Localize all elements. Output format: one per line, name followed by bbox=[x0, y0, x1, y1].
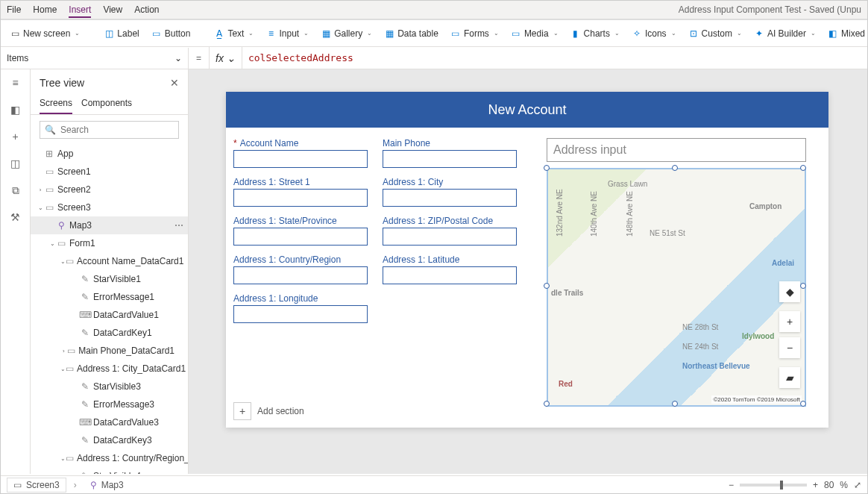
fx-label[interactable]: fx⌄ bbox=[209, 47, 242, 69]
selection-handle[interactable] bbox=[544, 165, 550, 171]
field-input[interactable] bbox=[383, 228, 517, 246]
fit-icon[interactable]: ⤢ bbox=[854, 480, 861, 490]
zoom-out-icon[interactable]: − bbox=[779, 337, 800, 358]
field-input[interactable] bbox=[233, 150, 368, 168]
custom-button[interactable]: ⊡Custom⌄ bbox=[688, 28, 742, 39]
media-tool-icon[interactable]: ⧉ bbox=[8, 183, 23, 198]
charts-button[interactable]: ▮Charts⌄ bbox=[570, 28, 620, 39]
mixed-reality-button[interactable]: ◧Mixed Reality⌄ bbox=[828, 28, 868, 39]
tree-item[interactable]: ⌄▭Account Name_DataCard1⋯ bbox=[31, 252, 188, 270]
map-label: Northeast Bellevue bbox=[682, 362, 750, 370]
selection-handle[interactable] bbox=[800, 165, 806, 171]
zoom-slider[interactable] bbox=[740, 484, 807, 487]
chevron-icon[interactable]: ⌄ bbox=[60, 455, 66, 462]
selection-handle[interactable] bbox=[544, 401, 550, 407]
selection-handle[interactable] bbox=[672, 401, 678, 407]
tree-item[interactable]: ⌨DataCardValue3⋯ bbox=[31, 413, 188, 431]
menu-action[interactable]: Action bbox=[134, 4, 159, 15]
field-input[interactable] bbox=[383, 189, 517, 207]
tree-item[interactable]: ⚲Map3⋯ bbox=[31, 216, 188, 234]
tree-item[interactable]: ✎DataCardKey1⋯ bbox=[31, 324, 188, 342]
forms-button[interactable]: ▭Forms⌄ bbox=[450, 28, 499, 39]
map-label: NE 51st St bbox=[650, 229, 685, 237]
data-tool-icon[interactable]: ◫ bbox=[8, 156, 23, 171]
gallery-button[interactable]: ▦Gallery⌄ bbox=[321, 28, 372, 39]
new-screen-button[interactable]: ▭New screen⌄ bbox=[10, 28, 80, 39]
text-button[interactable]: A̲Text⌄ bbox=[214, 28, 254, 39]
tree-item[interactable]: ✎DataCardKey3⋯ bbox=[31, 431, 188, 449]
formula-input[interactable]: colSelectedAddress bbox=[242, 52, 867, 63]
tree-search[interactable]: 🔍 bbox=[40, 121, 179, 139]
tree-item[interactable]: ✎ErrorMessage1⋯ bbox=[31, 288, 188, 306]
chevron-icon[interactable]: ⌄ bbox=[37, 204, 44, 211]
tree-item[interactable]: ▭Screen1⋯ bbox=[31, 163, 188, 181]
tree-item-label: DataCardKey1 bbox=[93, 328, 152, 338]
tree-item[interactable]: ⌄▭Address 1: City_DataCard1⋯ bbox=[31, 360, 188, 378]
icons-button[interactable]: ✧Icons⌄ bbox=[632, 28, 676, 39]
tree-item[interactable]: ✎StarVisible1⋯ bbox=[31, 270, 188, 288]
breadcrumb-control[interactable]: ⚲Map3 bbox=[84, 478, 130, 492]
field-input[interactable] bbox=[233, 266, 368, 284]
tree-item[interactable]: ›▭Screen2⋯ bbox=[31, 181, 188, 198]
zoom-in-icon[interactable]: + bbox=[779, 311, 800, 332]
field-input[interactable] bbox=[233, 189, 368, 207]
menu-insert[interactable]: Insert bbox=[69, 4, 91, 18]
tree-item[interactable]: ✎StarVisible4⋯ bbox=[31, 467, 188, 474]
tree-tool-icon[interactable]: ≡ bbox=[8, 75, 23, 90]
selection-handle[interactable] bbox=[544, 283, 550, 289]
settings-tool-icon[interactable]: ⚒ bbox=[8, 210, 23, 225]
tree-item[interactable]: ⌨DataCardValue1⋯ bbox=[31, 306, 188, 324]
table-icon: ▦ bbox=[384, 28, 394, 39]
property-select[interactable]: Items⌄ bbox=[1, 48, 189, 69]
tree-item[interactable]: ⌄▭Address 1: Country/Region_DataCard⋯ bbox=[31, 449, 188, 467]
tab-screens[interactable]: Screens bbox=[40, 93, 72, 114]
selection-handle[interactable] bbox=[672, 165, 678, 171]
zoom-in-button[interactable]: + bbox=[813, 480, 818, 490]
pitch-icon[interactable]: ▰ bbox=[779, 367, 800, 388]
tree-search-input[interactable] bbox=[60, 125, 174, 135]
selection-handle[interactable] bbox=[800, 283, 806, 289]
label-button[interactable]: ◫Label bbox=[104, 28, 139, 39]
chevron-icon[interactable]: › bbox=[37, 187, 44, 193]
map-control[interactable]: ◆ + − ▰ ©2020 TomTom ©2019 Microsoft Gra… bbox=[547, 168, 806, 407]
field-label: Main Phone bbox=[383, 138, 517, 148]
input-button[interactable]: ≡Input⌄ bbox=[265, 28, 309, 39]
chevron-icon[interactable]: ⌄ bbox=[48, 240, 56, 247]
add-section-button[interactable]: + Add section bbox=[233, 402, 304, 420]
media-button[interactable]: ▭Media⌄ bbox=[511, 28, 559, 39]
menu-view[interactable]: View bbox=[103, 4, 122, 15]
locate-icon[interactable]: ◆ bbox=[779, 281, 800, 302]
tree-item[interactable]: ›▭Main Phone_DataCard1⋯ bbox=[31, 342, 188, 360]
tree-item[interactable]: ⌄▭Screen3⋯ bbox=[31, 198, 188, 216]
ai-builder-button[interactable]: ✦AI Builder⌄ bbox=[754, 28, 816, 39]
tree-item-label: Screen3 bbox=[57, 202, 91, 213]
more-icon[interactable]: ⋯ bbox=[174, 220, 183, 231]
tree-item[interactable]: ✎ErrorMessage3⋯ bbox=[31, 395, 188, 413]
breadcrumb-screen[interactable]: ▭Screen3 bbox=[7, 478, 66, 493]
tree-list[interactable]: ⊞App⋯▭Screen1⋯›▭Screen2⋯⌄▭Screen3⋯⚲Map3⋯… bbox=[31, 145, 188, 474]
tree-item-label: Address 1: Country/Region_DataCard bbox=[77, 453, 188, 463]
datatable-button[interactable]: ▦Data table bbox=[384, 28, 438, 39]
tab-components[interactable]: Components bbox=[81, 93, 132, 114]
selection-handle[interactable] bbox=[800, 401, 806, 407]
tree-item[interactable]: ⌄▭Form1⋯ bbox=[31, 234, 188, 252]
zoom-out-button[interactable]: − bbox=[729, 480, 734, 490]
chevron-icon[interactable]: › bbox=[60, 348, 66, 354]
canvas-area[interactable]: New Account *Account NameAddress 1: Stre… bbox=[189, 69, 867, 474]
chevron-icon[interactable]: ⌄ bbox=[60, 366, 66, 372]
tree-item[interactable]: ✎StarVisible3⋯ bbox=[31, 378, 188, 395]
field-input[interactable] bbox=[383, 266, 517, 284]
menu-home[interactable]: Home bbox=[33, 4, 57, 15]
field-input[interactable] bbox=[383, 150, 517, 168]
field-input[interactable] bbox=[233, 228, 368, 246]
close-icon[interactable]: ✕ bbox=[170, 77, 179, 89]
insert-tool-icon[interactable]: + bbox=[8, 129, 23, 144]
item-icon: ✎ bbox=[80, 292, 90, 302]
address-input[interactable]: Address input bbox=[547, 138, 806, 162]
tree-item[interactable]: ⊞App⋯ bbox=[31, 145, 188, 163]
layers-icon[interactable]: ◧ bbox=[8, 102, 23, 117]
menu-file[interactable]: File bbox=[7, 4, 21, 15]
chevron-icon[interactable]: ⌄ bbox=[60, 258, 66, 265]
field-input[interactable] bbox=[233, 305, 368, 323]
button-button[interactable]: ▭Button bbox=[151, 28, 191, 39]
